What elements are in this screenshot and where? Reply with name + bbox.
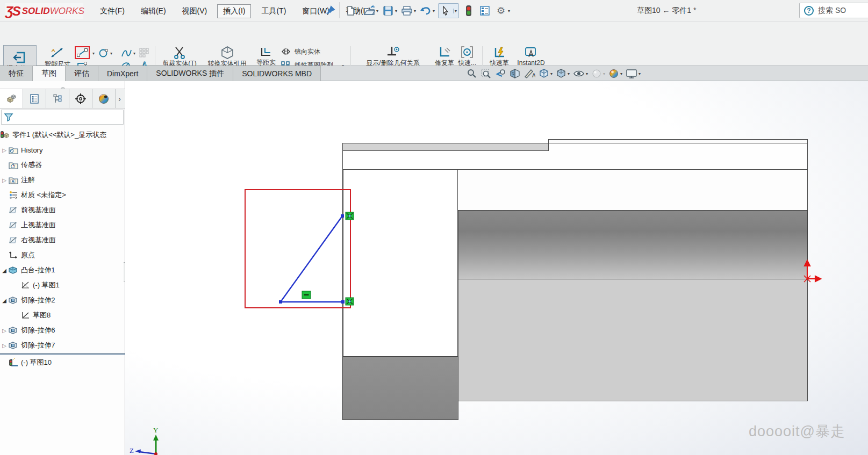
- instant2d-button[interactable]: Instant2D: [514, 46, 548, 67]
- circle-tool-button[interactable]: ▾: [98, 48, 112, 58]
- section-view-icon[interactable]: [510, 68, 520, 79]
- help-icon[interactable]: ?: [804, 6, 814, 16]
- menu-view[interactable]: 视图(V): [176, 4, 213, 18]
- search-input[interactable]: 搜索 SO: [818, 6, 846, 16]
- view-settings-icon[interactable]: ▾: [626, 68, 641, 79]
- model-top-step-edge[interactable]: [548, 139, 808, 143]
- tab-features[interactable]: 特征: [0, 66, 33, 81]
- dropdown-arrow-icon[interactable]: ▾: [92, 51, 95, 56]
- dropdown-arrow-icon[interactable]: ▾: [395, 9, 397, 13]
- annotation-view-icon[interactable]: A: [523, 68, 535, 79]
- model-top-left-step-face[interactable]: [342, 143, 549, 151]
- save-button[interactable]: ▾: [382, 4, 397, 17]
- tree-item-sketch1[interactable]: (-) 草图1: [0, 278, 125, 293]
- dropdown-arrow-icon[interactable]: ▾: [133, 51, 135, 56]
- tab-dimxpert[interactable]: DimXpert: [98, 66, 147, 81]
- expander-expanded-icon[interactable]: ◢: [0, 298, 9, 304]
- dropdown-arrow-icon[interactable]: ▾: [603, 71, 605, 76]
- expander-collapsed-icon[interactable]: ▷: [0, 343, 9, 349]
- feature-manager-icon[interactable]: [0, 89, 23, 108]
- menu-file[interactable]: 文件(F): [94, 4, 131, 18]
- panel-expand-chevron[interactable]: ›: [116, 89, 125, 108]
- view-orientation-icon[interactable]: ▾: [539, 68, 553, 79]
- previous-view-icon[interactable]: [494, 68, 506, 79]
- convert-entities-icon: [220, 46, 234, 60]
- sketch-plane-highlight[interactable]: [245, 189, 351, 308]
- model-left-column-face[interactable]: [342, 170, 458, 356]
- tree-filter-input[interactable]: [1, 110, 124, 125]
- mirror-entities-button[interactable]: 镜向实体: [281, 47, 320, 56]
- tree-item-annotations[interactable]: ▷ A 注解: [0, 172, 125, 187]
- expander-collapsed-icon[interactable]: ▷: [0, 147, 9, 153]
- scene-icon[interactable]: ▾: [608, 68, 622, 79]
- line-tool-button[interactable]: [76, 48, 88, 57]
- expander-collapsed-icon[interactable]: ▷: [0, 328, 9, 334]
- new-document-button[interactable]: ▾: [344, 4, 360, 17]
- tree-item-sensors[interactable]: 传感器: [0, 157, 125, 172]
- dropdown-arrow-icon[interactable]: ▾: [550, 71, 553, 76]
- dropdown-arrow-icon[interactable]: ▾: [568, 71, 570, 76]
- property-manager-icon[interactable]: [23, 89, 46, 108]
- display-pane-button[interactable]: [478, 4, 491, 17]
- tree-item-front-plane[interactable]: 前视基准面: [0, 203, 125, 218]
- dropdown-arrow-icon[interactable]: ▾: [586, 71, 588, 76]
- tree-item-history[interactable]: ▷ History: [0, 142, 125, 157]
- document-title: 草图10 ← 零件1 *: [637, 6, 696, 16]
- cut-extrude-icon: [9, 326, 18, 335]
- pattern-icon: [139, 47, 149, 58]
- dropdown-arrow-icon[interactable]: ▾: [639, 71, 641, 76]
- tab-solidworks-addins[interactable]: SOLIDWORKS 插件: [147, 66, 233, 81]
- dimxpert-manager-icon[interactable]: [69, 89, 92, 108]
- select-tool-button[interactable]: ▾: [438, 3, 459, 18]
- hide-show-icon[interactable]: ▾: [573, 69, 588, 78]
- display-manager-icon[interactable]: [92, 89, 116, 108]
- tree-item-material[interactable]: 材质 <未指定>: [0, 187, 125, 203]
- tab-solidworks-mbd[interactable]: SOLIDWORKS MBD: [233, 66, 321, 81]
- menu-tools[interactable]: 工具(T): [255, 4, 292, 18]
- tree-item-cut-extrude2[interactable]: ◢ 切除-拉伸2: [0, 293, 125, 308]
- dropdown-arrow-icon[interactable]: ▾: [376, 9, 378, 13]
- tree-item-boss-extrude1[interactable]: ◢ 凸台-拉伸1: [0, 263, 125, 278]
- tree-item-cut-extrude6[interactable]: ▷ 切除-拉伸6: [0, 323, 125, 338]
- tree-item-sketch8[interactable]: 草图8: [0, 308, 125, 323]
- model-cylindrical-face[interactable]: [458, 210, 808, 279]
- open-button[interactable]: ▾: [363, 4, 378, 17]
- model-bottom-left-face[interactable]: [342, 356, 458, 420]
- dropdown-arrow-icon[interactable]: ▾: [433, 9, 435, 13]
- tree-item-right-plane[interactable]: 右视基准面: [0, 233, 125, 248]
- tree-item-cut-extrude7[interactable]: ▷ 切除-拉伸7: [0, 338, 125, 353]
- graphics-viewport[interactable]: Y Z dooooit@暴走: [125, 81, 868, 455]
- search-box[interactable]: ? 搜索 SO: [799, 3, 868, 18]
- model-lower-right-face[interactable]: [458, 279, 808, 401]
- pin-icon[interactable]: [321, 2, 340, 18]
- tree-item-top-plane[interactable]: 上视基准面: [0, 218, 125, 233]
- tab-evaluate[interactable]: 评估: [66, 66, 98, 81]
- print-button[interactable]: ▾: [400, 4, 416, 17]
- dropdown-arrow-icon[interactable]: ▾: [110, 51, 112, 56]
- undo-button[interactable]: ▾: [419, 4, 435, 17]
- tree-item-sketch10-active[interactable]: (-) 草图10: [0, 355, 125, 370]
- performance-lights-icon[interactable]: [462, 4, 475, 17]
- menu-edit[interactable]: 编辑(E): [135, 4, 172, 18]
- expander-collapsed-icon[interactable]: ▷: [0, 177, 9, 183]
- spline-tool-button[interactable]: ▾: [120, 48, 135, 58]
- panel-tab-strip: ›: [0, 89, 125, 109]
- quick-snaps-icon: [460, 45, 474, 59]
- dropdown-arrow-icon[interactable]: ▾: [414, 9, 416, 13]
- dropdown-arrow-icon[interactable]: ▾: [508, 9, 510, 13]
- expander-expanded-icon[interactable]: ◢: [0, 268, 9, 273]
- dropdown-arrow-icon[interactable]: ▾: [620, 71, 622, 76]
- tree-item-origin[interactable]: 原点: [0, 248, 125, 263]
- model-upper-right-face[interactable]: [458, 170, 808, 210]
- zoom-area-icon[interactable]: [480, 68, 491, 79]
- appearance-icon[interactable]: ▾: [591, 68, 605, 79]
- options-gear-button[interactable]: ⚙▾: [494, 4, 510, 17]
- dropdown-arrow-icon[interactable]: ▾: [357, 9, 360, 13]
- tree-root-part[interactable]: 零件1 (默认<<默认>_显示状态: [0, 127, 125, 142]
- display-style-icon[interactable]: ▾: [556, 68, 570, 79]
- configuration-manager-icon[interactable]: [46, 89, 69, 108]
- menu-insert[interactable]: 插入(I): [217, 4, 251, 18]
- tab-sketch[interactable]: 草图: [33, 66, 66, 81]
- zoom-fit-icon[interactable]: [467, 68, 477, 79]
- dropdown-arrow-icon[interactable]: ▾: [453, 9, 458, 13]
